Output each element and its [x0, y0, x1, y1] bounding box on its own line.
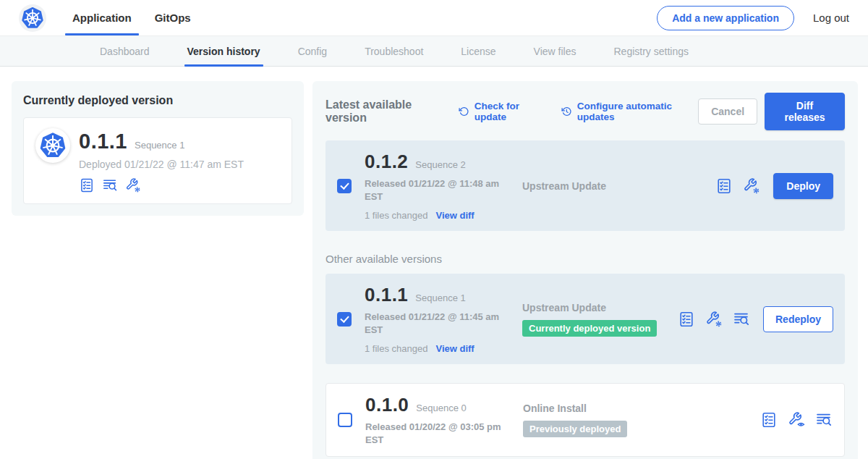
- tab-config-label: Config: [298, 46, 327, 57]
- tab-version-history[interactable]: Version history: [169, 36, 279, 66]
- main-content: Currently deployed version 0.1.1 Sequenc…: [0, 67, 868, 459]
- preflight-checklist-icon[interactable]: [760, 411, 778, 429]
- sequence-label: Sequence 1: [415, 292, 465, 303]
- tab-license-label: License: [461, 46, 495, 57]
- deployed-app-icon-badge: [35, 128, 70, 163]
- deployed-sequence-label: Sequence 1: [135, 140, 184, 151]
- top-nav-tabs: Application GitOps: [61, 0, 203, 35]
- top-tab-application[interactable]: Application: [61, 0, 143, 35]
- released-timestamp: Released 01/21/22 @ 11:45 am EST: [365, 311, 503, 336]
- deploy-button[interactable]: Deploy: [773, 173, 833, 199]
- tab-troubleshoot-label: Troubleshoot: [365, 46, 423, 57]
- other-versions-title: Other available versions: [326, 253, 845, 265]
- version-checkbox[interactable]: [337, 179, 352, 193]
- version-row-0-1-1: 0.1.1 Sequence 1 Released 01/21/22 @ 11:…: [326, 274, 845, 364]
- tab-registry-settings-label: Registry settings: [613, 46, 688, 57]
- version-number: 0.1.2: [365, 151, 408, 173]
- view-logs-magnifier-icon[interactable]: [733, 311, 750, 328]
- preflight-checklist-icon[interactable]: [678, 311, 695, 328]
- configure-automatic-updates-label: Configure automatic updates: [577, 101, 698, 122]
- version-checkbox[interactable]: [338, 413, 352, 427]
- configure-automatic-updates-link[interactable]: Configure automatic updates: [561, 101, 698, 122]
- available-versions-panel: Latest available version Check for updat…: [312, 81, 858, 459]
- currently-deployed-badge: Currently deployed version: [522, 320, 657, 337]
- tab-troubleshoot[interactable]: Troubleshoot: [346, 36, 442, 66]
- sequence-label: Sequence 2: [415, 159, 465, 170]
- top-tab-gitops-label: GitOps: [155, 12, 191, 24]
- view-logs-magnifier-icon[interactable]: [102, 177, 118, 193]
- version-checkbox[interactable]: [337, 312, 352, 327]
- kubernetes-logo-icon: [38, 131, 67, 160]
- config-wrench-eye-icon[interactable]: [788, 411, 805, 429]
- refresh-icon: [459, 106, 469, 117]
- top-tab-gitops[interactable]: GitOps: [143, 0, 203, 35]
- redeploy-button[interactable]: Redeploy: [763, 306, 833, 332]
- version-number: 0.1.0: [365, 394, 409, 416]
- check-for-update-label: Check for update: [475, 101, 546, 122]
- tab-dashboard-label: Dashboard: [100, 46, 150, 57]
- version-source-label: Upstream Update: [522, 180, 715, 192]
- version-source-label: Online Install: [523, 403, 760, 414]
- config-wrench-gear-icon[interactable]: [743, 177, 760, 195]
- check-for-update-link[interactable]: Check for update: [459, 101, 545, 122]
- tab-dashboard[interactable]: Dashboard: [81, 36, 169, 66]
- app-sub-nav: Dashboard Version history Config Trouble…: [0, 36, 868, 67]
- config-wrench-gear-icon[interactable]: [705, 311, 723, 328]
- clock-refresh-icon: [561, 106, 571, 117]
- top-nav: Application GitOps Add a new application…: [0, 0, 868, 36]
- view-logs-magnifier-icon[interactable]: [815, 411, 833, 429]
- deployed-timestamp: Deployed 01/21/22 @ 11:47 am EST: [79, 159, 244, 170]
- latest-version-header: Latest available version Check for updat…: [326, 93, 845, 130]
- app-logo[interactable]: [19, 4, 46, 32]
- tab-license[interactable]: License: [442, 36, 514, 66]
- released-timestamp: Released 01/21/22 @ 11:48 am EST: [365, 177, 503, 203]
- tab-version-history-label: Version history: [187, 46, 260, 57]
- tab-registry-settings[interactable]: Registry settings: [595, 36, 707, 66]
- files-changed-label: 1 files changed: [365, 210, 427, 221]
- preflight-checklist-icon[interactable]: [715, 177, 733, 195]
- currently-deployed-title: Currently deployed version: [23, 94, 292, 107]
- tab-config[interactable]: Config: [279, 36, 346, 66]
- version-source-label: Upstream Update: [522, 302, 678, 313]
- view-diff-link[interactable]: View diff: [435, 343, 474, 354]
- released-timestamp: Released 01/20/22 @ 03:05 pm EST: [365, 421, 504, 446]
- previously-deployed-badge: Previously deployed: [523, 421, 627, 437]
- version-row-0-1-0: 0.1.0 Sequence 0 Released 01/20/22 @ 03:…: [326, 383, 845, 457]
- view-diff-link[interactable]: View diff: [435, 210, 474, 221]
- version-row-0-1-2: 0.1.2 Sequence 2 Released 01/21/22 @ 11:…: [326, 140, 845, 231]
- deployed-version-number: 0.1.1: [79, 130, 127, 153]
- tab-view-files[interactable]: View files: [515, 36, 595, 66]
- logout-link[interactable]: Log out: [813, 12, 849, 24]
- tab-view-files-label: View files: [534, 46, 576, 57]
- latest-version-title: Latest available version: [326, 98, 443, 125]
- deployed-version-card: 0.1.1 Sequence 1 Deployed 01/21/22 @ 11:…: [23, 117, 292, 204]
- currently-deployed-panel: Currently deployed version 0.1.1 Sequenc…: [12, 81, 304, 216]
- sequence-label: Sequence 0: [416, 403, 466, 413]
- diff-releases-button[interactable]: Diff releases: [765, 93, 845, 130]
- top-tab-application-label: Application: [72, 12, 132, 24]
- version-number: 0.1.1: [365, 284, 408, 306]
- files-changed-label: 1 files changed: [365, 343, 427, 354]
- add-new-application-button[interactable]: Add a new application: [657, 6, 794, 30]
- preflight-checklist-icon[interactable]: [79, 177, 95, 193]
- kubernetes-logo-icon: [20, 6, 45, 30]
- config-wrench-gear-icon[interactable]: [125, 177, 141, 193]
- cancel-button[interactable]: Cancel: [698, 98, 757, 125]
